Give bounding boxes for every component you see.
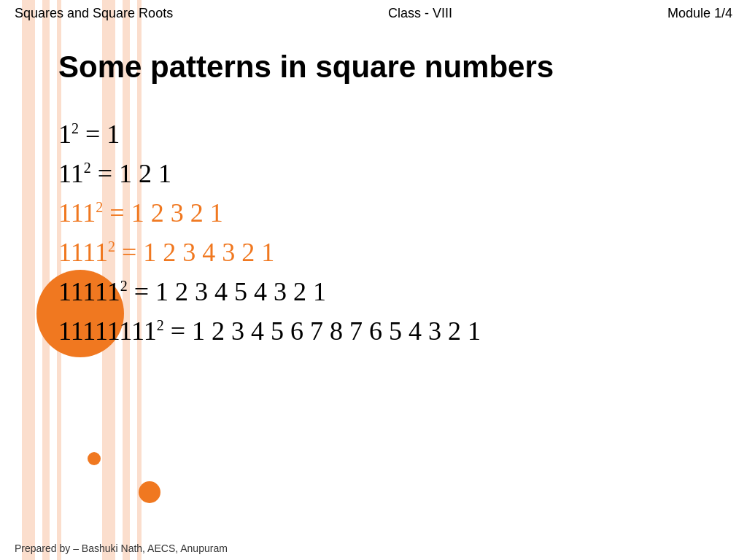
list-item: 111111112 = 1 2 3 4 5 6 7 8 7 6 5 4 3 2 … — [58, 311, 718, 351]
orange-circle-small-bottom — [139, 481, 160, 503]
header-module: Module 1/4 — [667, 6, 732, 21]
header-class: Class - VIII — [388, 6, 452, 21]
header-subject: Squares and Square Roots — [15, 6, 173, 21]
orange-circle-small-top — [88, 452, 101, 465]
header: Squares and Square Roots Class - VIII Mo… — [0, 0, 747, 27]
list-item: 12 = 1 — [58, 114, 718, 154]
list-item: 111112 = 1 2 3 4 5 4 3 2 1 — [58, 272, 718, 311]
footer-text: Prepared by – Bashuki Nath, AECS, Anupur… — [15, 542, 228, 554]
list-item: 112 = 1 2 1 — [58, 154, 718, 193]
list-item: 1112 = 1 2 3 2 1 — [58, 193, 718, 233]
list-item: 11112 = 1 2 3 4 3 2 1 — [58, 233, 718, 272]
footer: Prepared by – Bashuki Nath, AECS, Anupur… — [15, 542, 228, 554]
slide-title: Some patterns in square numbers — [58, 49, 718, 85]
patterns-list: 12 = 1 112 = 1 2 1 1112 = 1 2 3 2 1 1111… — [58, 114, 718, 351]
main-content: Some patterns in square numbers 12 = 1 1… — [0, 27, 747, 365]
